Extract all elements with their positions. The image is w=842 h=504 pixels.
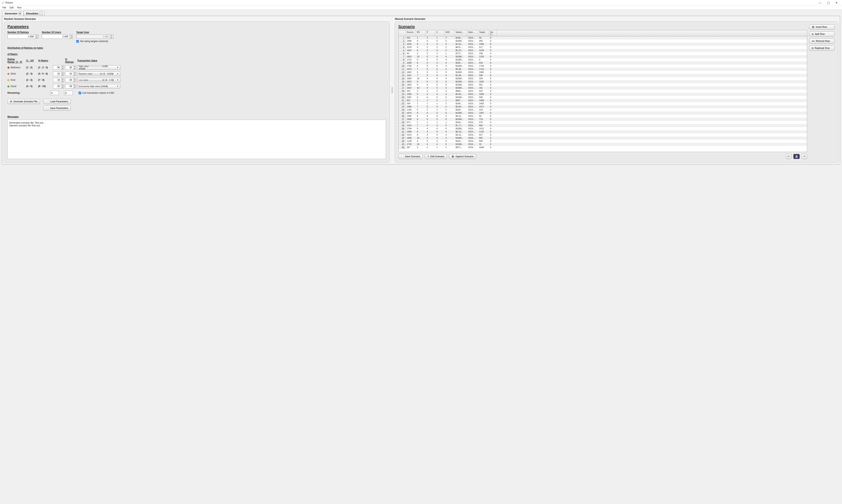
cell-date[interactable]: 2015:...	[467, 105, 478, 108]
cell-opc[interactable]: 0	[489, 93, 497, 96]
cell-source[interactable]: 44	[406, 52, 416, 55]
cell-p[interactable]: 2	[426, 146, 435, 149]
cell-value[interactable]: $772....	[454, 52, 467, 55]
cell-target[interactable]: 1024	[478, 49, 489, 52]
cell-target[interactable]: 517	[478, 46, 489, 49]
cell-source[interactable]: 1882	[406, 71, 416, 74]
cell-date[interactable]: 2015:...	[467, 52, 478, 55]
cell-source[interactable]: 1822	[406, 87, 416, 90]
cell-p[interactable]: 2	[426, 46, 435, 49]
cell-opc[interactable]: 0	[489, 108, 497, 111]
cell-shc[interactable]: 3	[444, 105, 454, 108]
table-row[interactable]: 2516749454$1000...2015:...15670	[399, 111, 807, 114]
cell-c[interactable]: 5	[435, 96, 444, 99]
cell-c[interactable]: 1	[435, 102, 444, 105]
cell-p[interactable]: 4	[426, 124, 435, 127]
cell-value[interactable]: $0.41...	[454, 114, 467, 118]
cell-p[interactable]: 5	[426, 118, 435, 121]
cell-shc[interactable]: 2	[444, 108, 454, 111]
cell-shc[interactable]: 4	[444, 130, 454, 133]
cell-c[interactable]: 2	[435, 90, 444, 93]
cell-target[interactable]: 1608	[478, 93, 489, 96]
cell-target[interactable]: 60	[478, 36, 489, 39]
cell-shc[interactable]: 4	[444, 77, 454, 80]
table-row[interactable]: 514318343$1.25...2015:...10240	[399, 49, 807, 52]
table-row[interactable]: 33199610444$1000...2016:...8630	[399, 137, 807, 140]
cell-c[interactable]: 4	[435, 58, 444, 61]
cell-c[interactable]: 3	[435, 124, 444, 127]
cell-value[interactable]: $1000...	[454, 77, 467, 80]
cell-shc[interactable]: 4	[444, 65, 454, 68]
pct-raters-spinner-up[interactable]: ▲	[61, 78, 64, 80]
cell-c[interactable]: 2	[435, 46, 444, 49]
table-row[interactable]: 218221121$967....2015:...14800	[399, 99, 807, 102]
cell-value[interactable]: $1.85...	[454, 74, 467, 77]
cell-date[interactable]: 2015:...	[467, 77, 478, 80]
cell-source[interactable]: 1836	[406, 118, 416, 121]
cell-date[interactable]: 2015:...	[467, 61, 478, 65]
pct-raters-spinner-input[interactable]	[53, 78, 61, 82]
cell-p[interactable]: 4	[426, 143, 435, 146]
cell-date[interactable]: 2015:...	[467, 90, 478, 93]
cell-value[interactable]: $1000...	[454, 65, 467, 68]
cell-rv[interactable]: 10	[416, 77, 426, 80]
cell-value[interactable]: $1000...	[454, 39, 467, 43]
cell-c[interactable]: 5	[435, 118, 444, 121]
cell-date[interactable]: 2015:...	[467, 46, 478, 49]
cell-p[interactable]: 3	[426, 49, 435, 52]
cell-c[interactable]: 4	[435, 133, 444, 137]
cell-source[interactable]: 1475	[406, 68, 416, 71]
cell-target[interactable]: 854	[478, 124, 489, 127]
use-usd-checkbox[interactable]	[78, 92, 81, 94]
cell-opc[interactable]: 0	[489, 65, 497, 68]
save-scenario-button[interactable]: 📄 Save Scenario	[398, 154, 423, 159]
table-row[interactable]: 2314687343$3.09...2015:...19710	[399, 105, 807, 108]
cell-source[interactable]: 1784	[406, 127, 416, 130]
table-row[interactable]: 3114988444$0.10...2016:...11320	[399, 130, 807, 133]
cell-opc[interactable]: 0	[489, 87, 497, 90]
cell-c[interactable]: 4	[435, 105, 444, 108]
cell-c[interactable]: 3	[435, 61, 444, 65]
generate-scenario-button[interactable]: ⚙ Generate Scenario File	[7, 99, 40, 104]
cell-shc[interactable]: 5	[444, 127, 454, 130]
table-row[interactable]: 817229544$1000...2015:...00	[399, 58, 807, 61]
cell-opc[interactable]: 0	[489, 105, 497, 108]
table-row[interactable]: 1218829555$1000...2015:...16850	[399, 71, 807, 74]
th-c[interactable]: C	[435, 30, 444, 36]
cell-value[interactable]: $3.09...	[454, 105, 467, 108]
cell-value[interactable]: $1000...	[454, 118, 467, 121]
set-targets-random-row[interactable]: Set rating targets randomly	[76, 40, 113, 43]
cell-p[interactable]: 4	[426, 77, 435, 80]
cell-p[interactable]: 4	[426, 68, 435, 71]
txn-value-combo[interactable]: Low value -------------------[0.1$ , 3.9…	[77, 78, 120, 82]
pct-raters-spinner[interactable]: ▲▼	[53, 72, 64, 76]
cell-p[interactable]: 4	[426, 137, 435, 140]
pct-ratings-spinner-down[interactable]: ▼	[73, 74, 76, 76]
table-row[interactable]: 1619829455$1000...2015:...9510	[399, 83, 807, 87]
cell-source[interactable]: 1681	[406, 96, 416, 99]
cell-c[interactable]: 4	[435, 143, 444, 146]
cell-value[interactable]: $168....	[454, 108, 467, 111]
cell-shc[interactable]: 5	[444, 39, 454, 43]
cell-p[interactable]: 1	[426, 102, 435, 105]
table-row[interactable]: 6442221$772....2015:...1980	[399, 52, 807, 55]
table-row[interactable]: 221641112$106....2015:...14020	[399, 102, 807, 105]
cell-c[interactable]: 3	[435, 43, 444, 46]
cell-rv[interactable]: 1	[416, 102, 426, 105]
cell-date[interactable]: 2016:...	[467, 133, 478, 137]
cell-rv[interactable]: 10	[416, 87, 426, 90]
table-row[interactable]: 14160910444$1000...2015:...2930	[399, 77, 807, 80]
cell-value[interactable]: $1.02...	[454, 43, 467, 46]
cell-opc[interactable]: 0	[489, 52, 497, 55]
cell-opc[interactable]: 0	[489, 127, 497, 130]
table-row[interactable]: 2411965222$168....2015:...3180	[399, 108, 807, 111]
cell-p[interactable]: 1	[426, 121, 435, 124]
cell-date[interactable]: 2015:...	[467, 102, 478, 105]
txn-value-combo[interactable]: High value ------------------[100$ , 100…	[77, 65, 120, 70]
cell-target[interactable]: 455	[478, 39, 489, 43]
cell-opc[interactable]: 0	[489, 96, 497, 99]
pct-raters-spinner-input[interactable]	[53, 66, 61, 69]
cell-rv[interactable]: 9	[416, 80, 426, 83]
scenario-table[interactable]: Source RV P C SHC Value(... Date-... Tar…	[398, 30, 807, 152]
pct-ratings-spinner-down[interactable]: ▼	[73, 87, 76, 88]
